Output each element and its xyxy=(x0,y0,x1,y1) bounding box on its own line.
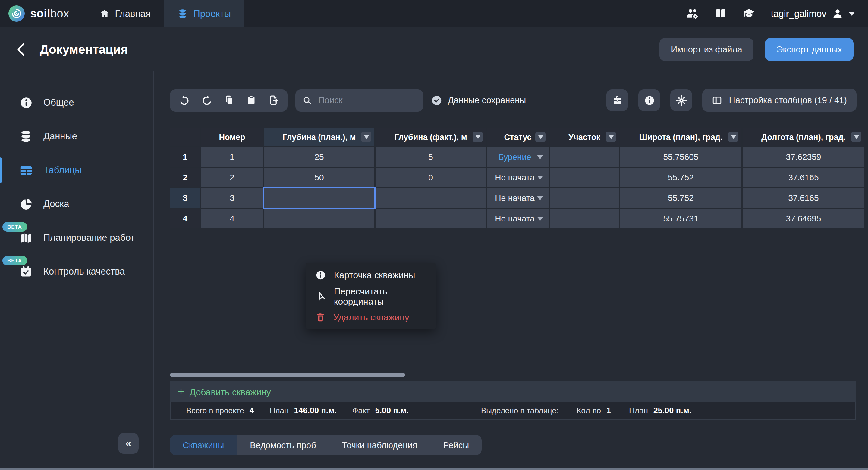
tab-observation-points[interactable]: Точки наблюдения xyxy=(329,435,430,455)
filter-icon[interactable] xyxy=(728,132,738,142)
cell-lon[interactable]: 37.6165 xyxy=(743,168,864,187)
cell-site[interactable] xyxy=(550,188,619,208)
brand[interactable]: soilbox xyxy=(0,0,69,27)
sidebar-item-work-planning[interactable]: BETA Планирование работ xyxy=(0,221,153,255)
cell-number[interactable]: 4 xyxy=(201,209,263,228)
column-header-depth-plan: Глубина (план.), м xyxy=(264,128,374,146)
selected-cell-depth-plan[interactable] xyxy=(264,188,374,208)
add-well-button[interactable]: + Добавить скважину xyxy=(170,381,856,402)
cell-number[interactable]: 2 xyxy=(201,168,263,187)
column-header-site: Участок xyxy=(550,128,619,146)
nav-tab-home[interactable]: Главная xyxy=(86,0,164,27)
chevron-down-icon xyxy=(537,155,543,159)
chevron-down-icon xyxy=(537,216,543,221)
cell-depth-fact[interactable]: 0 xyxy=(375,168,486,187)
import-button[interactable]: Импорт из файла xyxy=(659,38,753,61)
wells-table: Номер Глубина (план.), м Глубина (факт.)… xyxy=(170,128,856,228)
horizontal-scrollbar[interactable] xyxy=(170,373,405,377)
cell-lon[interactable]: 37.62359 xyxy=(743,147,864,167)
copy-icon[interactable] xyxy=(218,89,240,111)
menu-item-well-card[interactable]: Карточка скважины xyxy=(306,264,436,285)
gear-icon[interactable] xyxy=(671,89,692,111)
row-index[interactable]: 1 xyxy=(170,147,200,167)
row-index[interactable]: 2 xyxy=(170,168,200,187)
sidebar-item-data[interactable]: Данные xyxy=(0,119,153,153)
sidebar-item-quality-control[interactable]: BETA Контроль качества xyxy=(0,255,153,288)
chevron-down-icon xyxy=(537,196,543,200)
collapse-sidebar-button[interactable]: « xyxy=(118,433,138,454)
total-wells-value: 4 xyxy=(250,406,254,415)
filter-icon[interactable] xyxy=(851,132,861,142)
cell-number[interactable]: 1 xyxy=(201,147,263,167)
cell-depth-plan[interactable]: 25 xyxy=(264,147,374,167)
cell-depth-plan[interactable] xyxy=(264,209,374,228)
beta-badge: BETA xyxy=(2,256,27,265)
selected-count-value: 1 xyxy=(607,406,611,415)
info-button-icon[interactable] xyxy=(639,89,660,111)
tab-samples[interactable]: Ведомость проб xyxy=(237,435,329,455)
cell-depth-fact[interactable]: 5 xyxy=(375,147,486,167)
cell-site[interactable] xyxy=(550,147,619,167)
sidebar-item-tables[interactable]: Таблицы xyxy=(0,153,153,187)
toolbox-icon[interactable] xyxy=(607,89,628,111)
book-icon[interactable] xyxy=(714,7,727,20)
cell-lon[interactable]: 37.6165 xyxy=(743,188,864,208)
user-menu[interactable]: tagir_galimov xyxy=(771,8,855,19)
back-button[interactable] xyxy=(17,42,25,56)
cell-status-dropdown[interactable]: Не начата xyxy=(487,188,549,208)
sidebar-item-board[interactable]: Доска xyxy=(0,187,153,221)
users-gear-icon[interactable] xyxy=(685,7,699,20)
menu-item-recalculate-coordinates[interactable]: Пересчитать координаты xyxy=(306,285,436,306)
window-bottom-scrollbar[interactable] xyxy=(0,468,868,470)
search-box xyxy=(296,89,423,111)
page-header: Документация Импорт из файла Экспорт дан… xyxy=(0,27,868,71)
cell-lat[interactable]: 55.752 xyxy=(620,188,741,208)
row-index[interactable]: 3 xyxy=(170,188,200,208)
username: tagir_galimov xyxy=(771,8,827,19)
search-input[interactable] xyxy=(317,95,416,106)
column-header-index xyxy=(170,128,200,146)
search-icon xyxy=(303,96,312,105)
redo-icon[interactable] xyxy=(195,89,218,111)
save-status: Данные сохранены xyxy=(431,94,526,106)
cell-depth-fact[interactable] xyxy=(375,209,486,228)
cell-status-dropdown[interactable]: Бурение xyxy=(487,147,549,167)
nav-tab-projects[interactable]: Проекты xyxy=(164,0,244,27)
cell-lat[interactable]: 55.752 xyxy=(620,168,741,187)
cell-status-dropdown[interactable]: Не начата xyxy=(487,168,549,187)
menu-item-delete-well[interactable]: Удалить скважину xyxy=(306,306,436,328)
undo-icon[interactable] xyxy=(173,89,195,111)
chevron-down-icon xyxy=(537,175,543,179)
person-icon xyxy=(832,8,843,19)
cell-lat[interactable]: 55.75605 xyxy=(620,147,741,167)
table-icon xyxy=(19,163,33,177)
columns-settings-button[interactable]: Настройка столбцов (19 / 41) xyxy=(703,89,857,112)
filter-icon[interactable] xyxy=(361,132,371,142)
cell-lat[interactable]: 55.75731 xyxy=(620,209,741,228)
tab-wells[interactable]: Скважины xyxy=(170,435,237,455)
cell-depth-plan[interactable]: 50 xyxy=(264,168,374,187)
pie-chart-icon xyxy=(19,197,33,211)
export-button[interactable]: Экспорт данных xyxy=(765,38,854,61)
column-header-lon: Долгота (план), град. xyxy=(743,128,864,146)
filter-icon[interactable] xyxy=(606,132,616,142)
paste-icon[interactable] xyxy=(240,89,262,111)
cell-site[interactable] xyxy=(550,209,619,228)
tab-trips[interactable]: Рейсы xyxy=(430,435,482,455)
graduation-cap-icon[interactable] xyxy=(742,7,756,20)
cell-number[interactable]: 3 xyxy=(201,188,263,208)
sidebar-item-general[interactable]: Общее xyxy=(0,86,153,119)
column-header-lat: Широта (план), град. xyxy=(620,128,741,146)
cell-site[interactable] xyxy=(550,168,619,187)
history-toolbar xyxy=(170,89,287,111)
cell-status-dropdown[interactable]: Не начата xyxy=(487,209,549,228)
filter-icon[interactable] xyxy=(472,132,483,142)
soilbox-logo-icon xyxy=(8,5,25,22)
cell-lon[interactable]: 37.64695 xyxy=(743,209,864,228)
row-index[interactable]: 4 xyxy=(170,209,200,228)
columns-icon xyxy=(712,95,722,105)
table-toolbar: Данные сохранены xyxy=(170,89,857,112)
export-file-icon[interactable] xyxy=(262,89,284,111)
filter-icon[interactable] xyxy=(535,132,546,142)
cell-depth-fact[interactable] xyxy=(375,188,486,208)
